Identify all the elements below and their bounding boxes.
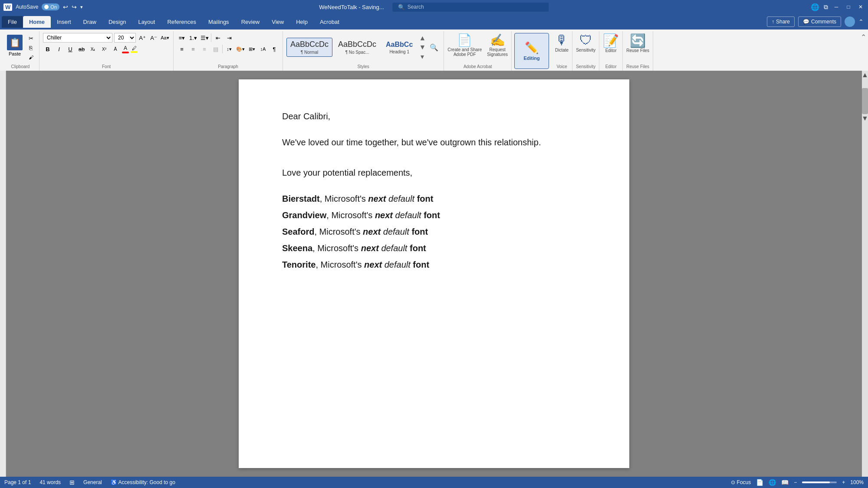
strikethrough-button[interactable]: ab: [77, 44, 86, 54]
zoom-out-button[interactable]: −: [794, 479, 797, 485]
customize-qat-button[interactable]: ▾: [80, 4, 83, 10]
styles-scroll[interactable]: ▲ ▼ ▾: [418, 34, 426, 61]
tab-bar-right: ↑ Share 💬 Comments ⌃: [767, 16, 868, 27]
vertical-scrollbar[interactable]: ▲ ▼: [862, 71, 868, 477]
comments-button[interactable]: 💬 Comments: [798, 16, 841, 27]
font-name-select[interactable]: Chiller: [43, 33, 112, 43]
restore-button[interactable]: ⧉: [824, 3, 828, 11]
increase-font-button[interactable]: A⁺: [138, 33, 147, 43]
decrease-indent-button[interactable]: ⇤: [213, 33, 223, 43]
paste-button[interactable]: 📋 Paste: [5, 33, 24, 58]
underline-button[interactable]: U: [66, 44, 75, 54]
styles-group-content: AaBbCcDc ¶ Normal AaBbCcDc ¶ No Spac... …: [286, 31, 440, 63]
status-left: Page 1 of 1 41 words ⊞ General ♿ Accessi…: [4, 479, 175, 486]
doc-title: WeNeedToTalk - Saving...: [319, 4, 384, 10]
tab-review[interactable]: Review: [235, 16, 266, 28]
font-list: Bierstadt, Microsoft's next default font…: [282, 192, 586, 271]
bullets-button[interactable]: ≡▾: [177, 33, 187, 43]
request-signatures-button[interactable]: ✍ RequestSignatures: [487, 33, 508, 57]
ribbon-collapse-button[interactable]: ⌃: [858, 18, 864, 25]
document-scroll[interactable]: Dear Calibri, We've loved our time toget…: [6, 71, 862, 477]
sensitivity-group: 🛡 Sensitivity Sensitivity: [572, 31, 599, 71]
format-painter-button[interactable]: 🖌: [26, 53, 36, 62]
bold-button[interactable]: B: [43, 44, 53, 54]
close-button[interactable]: ✕: [857, 3, 865, 11]
clipboard-label: Clipboard: [5, 63, 36, 71]
web-layout-button[interactable]: 🌐: [769, 479, 776, 486]
tab-insert[interactable]: Insert: [51, 16, 77, 28]
zoom-slider[interactable]: [802, 481, 837, 483]
scroll-down-button[interactable]: ▼: [862, 114, 868, 123]
autosave-toggle[interactable]: On: [42, 3, 59, 10]
numbering-button[interactable]: 1.▾: [188, 33, 198, 43]
scroll-thumb[interactable]: [862, 88, 868, 114]
tab-draw[interactable]: Draw: [77, 16, 102, 28]
styles-search-button[interactable]: 🔍: [428, 42, 440, 53]
sort-button[interactable]: ↕A: [258, 44, 268, 54]
tab-help[interactable]: Help: [290, 16, 314, 28]
ribbon-collapse-btn[interactable]: ⌃: [859, 31, 868, 43]
show-marks-button[interactable]: ¶: [270, 44, 279, 54]
tab-mailings[interactable]: Mailings: [202, 16, 235, 28]
increase-indent-button[interactable]: ⇥: [224, 33, 234, 43]
document-area: Dear Calibri, We've loved our time toget…: [0, 71, 868, 477]
undo-button[interactable]: ↩: [63, 3, 68, 10]
tab-home[interactable]: Home: [23, 16, 51, 28]
scroll-up-button[interactable]: ▲: [862, 71, 868, 79]
minimize-button[interactable]: ─: [832, 3, 840, 11]
create-share-pdf-button[interactable]: 📄 Create and ShareAdobe PDF: [447, 33, 482, 57]
focus-button[interactable]: ⊙ Focus: [731, 479, 751, 485]
font-size-select[interactable]: 20: [114, 33, 136, 43]
sensitivity-button[interactable]: 🛡 Sensitivity: [576, 33, 595, 52]
highlight-color-button[interactable]: 🖊: [131, 46, 138, 53]
read-mode-button[interactable]: 📖: [781, 479, 789, 486]
tab-design[interactable]: Design: [102, 16, 132, 28]
cut-button[interactable]: ✂: [26, 34, 36, 43]
share-button[interactable]: ↑ Share: [767, 16, 795, 27]
align-center-button[interactable]: ≡: [188, 44, 198, 54]
search-input[interactable]: [408, 4, 544, 10]
tab-layout[interactable]: Layout: [132, 16, 161, 28]
font-color-button[interactable]: A: [122, 45, 129, 53]
print-layout-button[interactable]: 📄: [756, 479, 763, 486]
dictate-button[interactable]: 🎙 Dictate: [555, 33, 569, 52]
create-share-icon: 📄: [457, 33, 472, 47]
accessibility-icon: ♿: [111, 479, 117, 485]
reuse-files-button[interactable]: 🔄 Reuse Files: [626, 33, 649, 53]
style-heading1[interactable]: AaBbCc Heading 1: [382, 38, 417, 56]
change-case-button[interactable]: Aa▾: [160, 33, 170, 43]
editing-group[interactable]: ✏️ Editing: [514, 33, 549, 69]
multilevel-button[interactable]: ☰▾: [200, 33, 209, 43]
justify-button[interactable]: ▤: [211, 44, 220, 54]
zoom-in-button[interactable]: +: [842, 479, 845, 485]
font-skeena: Skeena, Microsoft's next default font: [282, 242, 586, 255]
zoom-level: 100%: [850, 479, 864, 485]
tab-file[interactable]: File: [2, 16, 23, 28]
tab-view[interactable]: View: [266, 16, 290, 28]
document-page[interactable]: Dear Calibri, We've loved our time toget…: [239, 79, 629, 468]
redo-button[interactable]: ↪: [72, 3, 77, 10]
clear-format-button[interactable]: Ā: [111, 44, 120, 54]
shading-button[interactable]: 🎨▾: [236, 44, 245, 54]
line-spacing-button[interactable]: ↕▾: [224, 44, 234, 54]
paragraph-label: Paragraph: [177, 63, 279, 71]
decrease-font-button[interactable]: A⁻: [149, 33, 158, 43]
scroll-down-icon: ▼: [419, 43, 426, 51]
superscript-button[interactable]: X²: [99, 44, 109, 54]
style-normal-preview: AaBbCcDc: [290, 40, 329, 49]
align-left-button[interactable]: ≡: [177, 44, 187, 54]
separator: [211, 33, 211, 42]
tab-references[interactable]: References: [161, 16, 202, 28]
align-right-button[interactable]: ≡: [200, 44, 209, 54]
borders-button[interactable]: ⊞▾: [247, 44, 256, 54]
style-no-space[interactable]: AaBbCcDc ¶ No Spac...: [334, 38, 380, 57]
style-normal[interactable]: AaBbCcDc ¶ Normal: [286, 38, 332, 57]
italic-button[interactable]: I: [54, 44, 64, 54]
greeting-line: Dear Calibri,: [282, 110, 586, 123]
editor-button[interactable]: 📝 Editor: [603, 33, 619, 53]
copy-button[interactable]: ⎘: [26, 43, 36, 52]
subscript-button[interactable]: X₂: [88, 44, 98, 54]
search-bar[interactable]: 🔍: [393, 3, 549, 12]
maximize-button[interactable]: □: [845, 3, 852, 11]
tab-acrobat[interactable]: Acrobat: [314, 16, 345, 28]
